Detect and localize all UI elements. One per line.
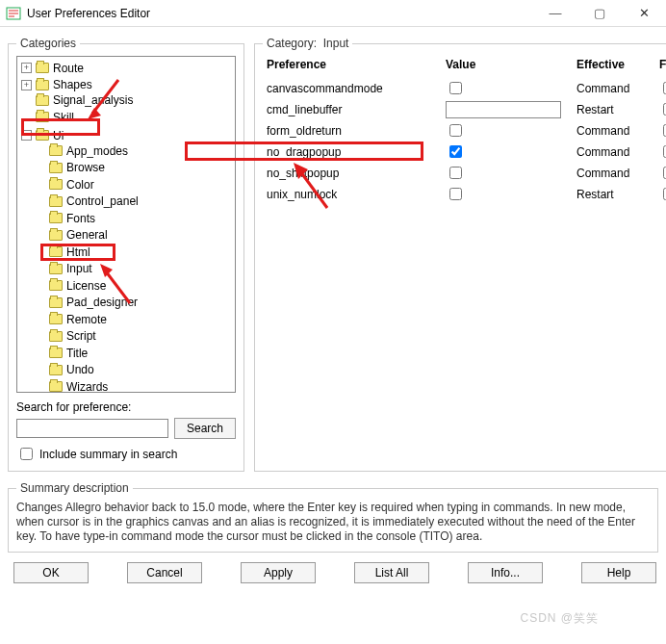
folder-icon [49, 213, 63, 223]
expand-icon[interactable]: + [21, 63, 32, 73]
tree-item-signal_analysis[interactable]: Signal_analysis [21, 92, 133, 108]
folder-icon [49, 297, 63, 308]
preference-table: Preference Value Effective Favorite canv… [263, 56, 666, 204]
expand-icon[interactable]: + [21, 80, 32, 90]
tree-item-html[interactable]: Html [35, 245, 90, 260]
folder-icon [49, 246, 63, 257]
col-favorite: Favorite [659, 58, 666, 71]
tree-item-app_modes[interactable]: App_modes [35, 143, 128, 159]
tree-item-browse[interactable]: Browse [35, 160, 105, 175]
include-summary-label: Include summary in search [39, 448, 177, 461]
tree-label: Control_panel [66, 193, 139, 209]
title-bar: User Preferences Editor — ▢ ✕ [0, 0, 666, 27]
tree-label: License [66, 278, 106, 294]
watermark: CSDN @笑笑 [520, 610, 599, 627]
help-button[interactable]: Help [581, 562, 656, 583]
tree-label: Ui [53, 128, 64, 143]
pref-value-checkbox[interactable] [449, 145, 462, 158]
pref-name: no_shiftpopup [267, 167, 440, 180]
tree-label: Remote [66, 312, 107, 327]
search-input[interactable] [16, 419, 168, 438]
tree-label: Wizards [66, 379, 108, 394]
pref-value-checkbox[interactable] [449, 82, 462, 94]
pref-value-input[interactable] [446, 101, 561, 118]
summary-fieldset: Summary description Changes Allegro beha… [8, 481, 658, 553]
tree-label: Title [66, 346, 88, 361]
tree-label: Undo [66, 362, 94, 377]
pref-value-checkbox[interactable] [449, 188, 462, 200]
tree-item-undo[interactable]: Undo [35, 362, 94, 377]
minimize-button[interactable]: — [533, 0, 577, 27]
tree-spacer [35, 213, 45, 223]
pref-name: form_oldreturn [267, 124, 440, 138]
folder-icon [49, 179, 63, 190]
tree-spacer [35, 297, 45, 308]
pref-row-unix_numlock: unix_numlockRestart [263, 183, 666, 204]
tree-item-color[interactable]: Color [35, 177, 94, 193]
pref-effective: Restart [576, 188, 653, 201]
tree-item-license[interactable]: License [35, 278, 106, 294]
tree-item-ui[interactable]: -Ui [21, 128, 64, 143]
folder-icon [49, 314, 63, 324]
tree-item-wizards[interactable]: Wizards [35, 379, 108, 394]
search-button[interactable]: Search [174, 418, 236, 439]
tree-item-control_panel[interactable]: Control_panel [35, 193, 139, 209]
tree-item-fonts[interactable]: Fonts [35, 211, 95, 226]
pref-effective: Command [576, 82, 653, 95]
include-summary-row[interactable]: Include summary in search [16, 445, 236, 463]
tree-spacer [35, 348, 45, 358]
tree-item-shapes[interactable]: +Shapes [21, 77, 92, 92]
tree-item-skill[interactable]: Skill [21, 110, 74, 125]
folder-icon [49, 264, 63, 274]
tree-spacer [35, 179, 45, 190]
ok-button[interactable]: OK [13, 562, 89, 583]
cancel-button[interactable]: Cancel [127, 562, 202, 583]
tree-item-remote[interactable]: Remote [35, 312, 107, 327]
pref-row-canvascommandmode: canvascommandmodeCommand [263, 77, 666, 98]
tree-item-general[interactable]: General [35, 227, 108, 243]
summary-text: Changes Allegro behavior back to 15.0 mo… [16, 501, 650, 544]
pref-value-checkbox[interactable] [449, 124, 462, 137]
folder-icon [49, 381, 63, 392]
tree-label: Pad_designer [66, 295, 138, 310]
tree-label: Input [66, 261, 92, 276]
folder-icon [49, 196, 63, 207]
list-all-button[interactable]: List All [354, 562, 429, 583]
pref-value-checkbox[interactable] [449, 167, 462, 179]
window-title: User Preferences Editor [27, 7, 533, 20]
tree-item-route[interactable]: +Route [21, 61, 84, 76]
col-effective: Effective [576, 58, 653, 71]
categories-fieldset: Categories +Route+ShapesSignal_analysisS… [8, 37, 244, 472]
tree-spacer [35, 331, 45, 342]
col-value: Value [446, 58, 571, 71]
pref-effective: Command [576, 145, 653, 159]
tree-label: Skill [53, 110, 74, 125]
folder-icon [36, 95, 49, 106]
pref-name: unix_numlock [267, 188, 440, 201]
folder-icon [36, 80, 49, 90]
tree-spacer [35, 230, 45, 241]
tree-item-input[interactable]: Input [35, 261, 92, 276]
close-button[interactable]: ✕ [622, 0, 666, 27]
folder-icon [36, 112, 49, 122]
tree-spacer [21, 112, 32, 122]
maximize-button[interactable]: ▢ [577, 0, 622, 27]
tree-label: Color [66, 177, 94, 193]
tree-spacer [35, 314, 45, 324]
folder-icon [49, 348, 63, 358]
include-summary-checkbox[interactable] [20, 448, 33, 460]
tree-item-title[interactable]: Title [35, 346, 88, 361]
apply-button[interactable]: Apply [241, 562, 316, 583]
pref-name: no_dragpopup [267, 145, 440, 159]
tree-label: App_modes [66, 143, 128, 159]
collapse-icon[interactable]: - [21, 130, 32, 141]
tree-spacer [21, 95, 32, 106]
tree-item-pad_designer[interactable]: Pad_designer [35, 295, 138, 310]
pref-row-form_oldreturn: form_oldreturnCommand [263, 119, 666, 141]
categories-tree[interactable]: +Route+ShapesSignal_analysisSkill-UiApp_… [16, 56, 236, 393]
info-button[interactable]: Info... [468, 562, 543, 583]
tree-spacer [35, 246, 45, 257]
col-preference: Preference [267, 58, 440, 71]
tree-item-script[interactable]: Script [35, 328, 96, 344]
folder-icon [49, 365, 63, 375]
